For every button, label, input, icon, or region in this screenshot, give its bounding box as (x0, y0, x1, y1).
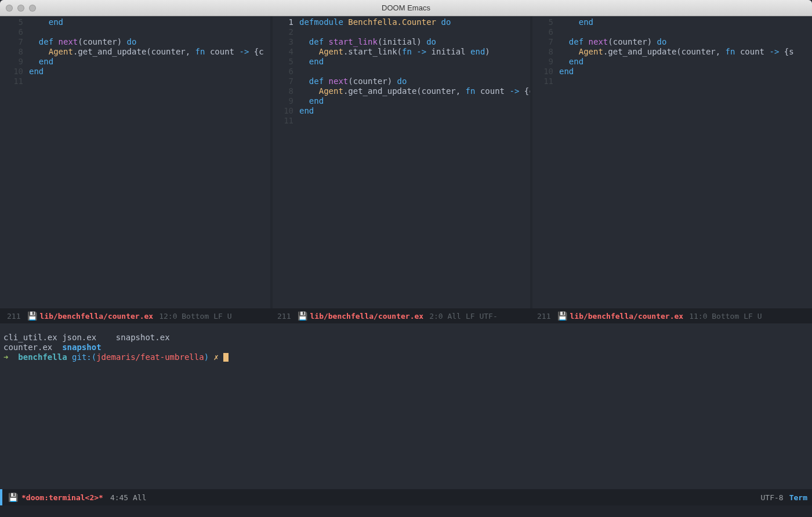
ls-output-highlight: snapshot (62, 343, 101, 352)
window-number: 211 (273, 312, 295, 321)
modeline-2: 211 💾 lib/benchfella/counter.ex 2:0 All … (270, 308, 530, 323)
buffer-name: *doom:terminal<2>* (21, 493, 103, 502)
titlebar: DOOM Emacs (0, 0, 812, 16)
encoding-info: UTF-8 (761, 493, 784, 502)
editor-pane-2[interactable]: 1234567891011 defmodule Benchfella.Count… (270, 16, 530, 323)
terminal-output[interactable]: cli_util.ex json.ex snapshot.ex counter.… (0, 323, 812, 489)
save-icon: 💾 (27, 311, 37, 321)
terminal-pane[interactable]: cli_util.ex json.ex snapshot.ex counter.… (0, 323, 812, 517)
prompt-git-branch: jdemaris/feat-umbrella (96, 352, 204, 362)
encoding-info: LF U (213, 312, 231, 321)
cursor-position: 4:45 All (110, 493, 147, 502)
prompt-dirty-icon: ✗ (214, 352, 219, 362)
code-area[interactable]: defmodule Benchfella.Counter do def star… (299, 16, 530, 308)
code-area[interactable]: end def next(counter) do Agent.get_and_u… (29, 16, 270, 308)
modeline-1: 211 💾 lib/benchfella/counter.ex 12:0 Bot… (0, 308, 270, 323)
save-icon: 💾 (298, 311, 307, 321)
file-path: lib/benchfella/counter.ex (310, 312, 423, 321)
terminal-cursor (223, 353, 229, 362)
terminal-modeline: 💾 *doom:terminal<2>* 4:45 All UTF-8 Term (0, 489, 812, 505)
cursor-position: 12:0 Bottom (159, 312, 209, 321)
modeline-3: 211 💾 lib/benchfella/counter.ex 11:0 Bot… (530, 308, 812, 323)
ls-output-line: cli_util.ex json.ex snapshot.ex (3, 333, 170, 342)
ls-output-line: counter.ex (3, 343, 62, 352)
prompt-arrow-icon: ➜ (3, 352, 8, 362)
editor-buffer-1[interactable]: 567891011 end def next(counter) do Agent… (0, 16, 270, 308)
editor-buffer-2[interactable]: 1234567891011 defmodule Benchfella.Count… (270, 16, 530, 308)
encoding-info: LF UTF- (466, 312, 498, 321)
cursor-position: 11:0 Bottom (689, 312, 739, 321)
window-title: DOOM Emacs (0, 3, 812, 12)
line-number-gutter: 567891011 (0, 16, 29, 308)
window-number: 211 (2, 312, 25, 321)
editor-buffer-3[interactable]: 567891011 end def next(counter) do Agent… (530, 16, 812, 308)
window-number: 211 (532, 312, 555, 321)
file-path: lib/benchfella/counter.ex (570, 312, 683, 321)
prompt-directory: benchfella (18, 352, 67, 362)
editor-pane-1[interactable]: 567891011 end def next(counter) do Agent… (0, 16, 270, 323)
editor-pane-3[interactable]: 567891011 end def next(counter) do Agent… (530, 16, 812, 323)
file-path: lib/benchfella/counter.ex (39, 312, 153, 321)
save-icon: 💾 (557, 311, 567, 321)
cursor-position: 2:0 All (429, 312, 461, 321)
workspace: 567891011 end def next(counter) do Agent… (0, 16, 812, 517)
echo-area (0, 505, 812, 517)
major-mode: Term (789, 493, 807, 502)
editor-panes-row: 567891011 end def next(counter) do Agent… (0, 16, 812, 323)
encoding-info: LF U (744, 312, 762, 321)
code-area[interactable]: end def next(counter) do Agent.get_and_u… (559, 16, 812, 308)
save-icon: 💾 (8, 493, 18, 502)
line-number-gutter: 567891011 (530, 16, 559, 308)
prompt-git-label: git: (72, 352, 92, 362)
line-number-gutter: 1234567891011 (270, 16, 299, 308)
